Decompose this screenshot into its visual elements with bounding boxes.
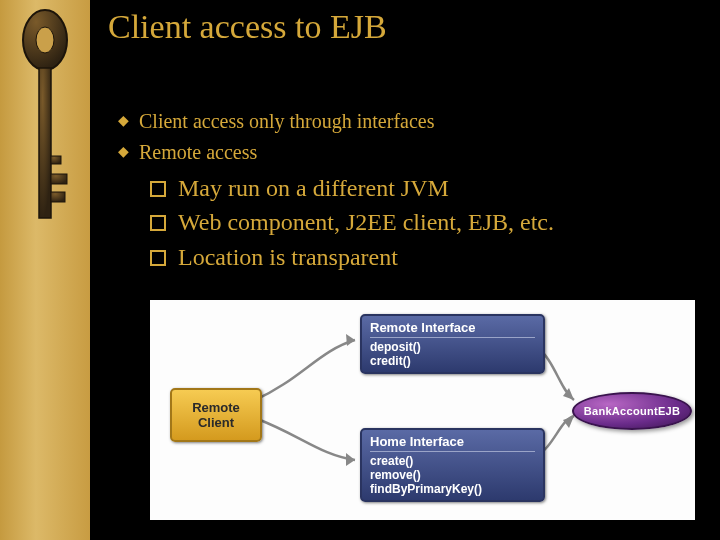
diamond-icon: ◆ bbox=[118, 108, 129, 135]
sidebar bbox=[0, 0, 90, 540]
svg-rect-2 bbox=[39, 68, 51, 218]
content-area: Client access to EJB ◆ Client access onl… bbox=[90, 0, 720, 540]
diagram-remote-client: Remote Client bbox=[170, 388, 262, 442]
diagram-remote-interface-methods: deposit() credit() bbox=[370, 340, 535, 368]
sub-bullet-text: Web component, J2EE client, EJB, etc. bbox=[178, 206, 554, 238]
sub-bullet-item: Location is transparent bbox=[150, 241, 554, 273]
method-text: findByPrimaryKey() bbox=[370, 482, 535, 496]
diagram-remote-interface: Remote Interface deposit() credit() bbox=[360, 314, 545, 374]
square-icon bbox=[150, 250, 166, 266]
bullet-list: ◆ Client access only through interfaces … bbox=[118, 108, 434, 170]
diamond-icon: ◆ bbox=[118, 139, 129, 166]
bullet-item: ◆ Client access only through interfaces bbox=[118, 108, 434, 135]
bullet-text: Client access only through interfaces bbox=[139, 108, 434, 135]
diagram-home-interface-methods: create() remove() findByPrimaryKey() bbox=[370, 454, 535, 496]
method-text: remove() bbox=[370, 468, 535, 482]
svg-rect-3 bbox=[51, 174, 67, 184]
sub-bullet-item: Web component, J2EE client, EJB, etc. bbox=[150, 206, 554, 238]
diagram-remote-client-label: Remote Client bbox=[180, 400, 252, 430]
diagram-home-interface: Home Interface create() remove() findByP… bbox=[360, 428, 545, 502]
svg-marker-7 bbox=[346, 453, 355, 466]
ejb-diagram: Remote Client Remote Interface deposit()… bbox=[150, 300, 695, 520]
key-icon bbox=[15, 6, 75, 246]
bullet-item: ◆ Remote access bbox=[118, 139, 434, 166]
method-text: create() bbox=[370, 454, 535, 468]
square-icon bbox=[150, 181, 166, 197]
slide: Client access to EJB ◆ Client access onl… bbox=[0, 0, 720, 540]
slide-title: Client access to EJB bbox=[108, 8, 387, 46]
sub-bullet-list: May run on a different JVM Web component… bbox=[150, 172, 554, 275]
diagram-remote-interface-header: Remote Interface bbox=[370, 320, 535, 338]
svg-point-1 bbox=[36, 27, 54, 53]
svg-rect-4 bbox=[51, 192, 65, 202]
svg-marker-6 bbox=[346, 334, 355, 346]
sub-bullet-item: May run on a different JVM bbox=[150, 172, 554, 204]
square-icon bbox=[150, 215, 166, 231]
diagram-ejb-label: BankAccountEJB bbox=[584, 405, 681, 417]
svg-rect-5 bbox=[51, 156, 61, 164]
diagram-ejb-node: BankAccountEJB bbox=[572, 392, 692, 430]
bullet-text: Remote access bbox=[139, 139, 257, 166]
method-text: credit() bbox=[370, 354, 535, 368]
method-text: deposit() bbox=[370, 340, 535, 354]
sub-bullet-text: Location is transparent bbox=[178, 241, 398, 273]
diagram-home-interface-header: Home Interface bbox=[370, 434, 535, 452]
sub-bullet-text: May run on a different JVM bbox=[178, 172, 449, 204]
